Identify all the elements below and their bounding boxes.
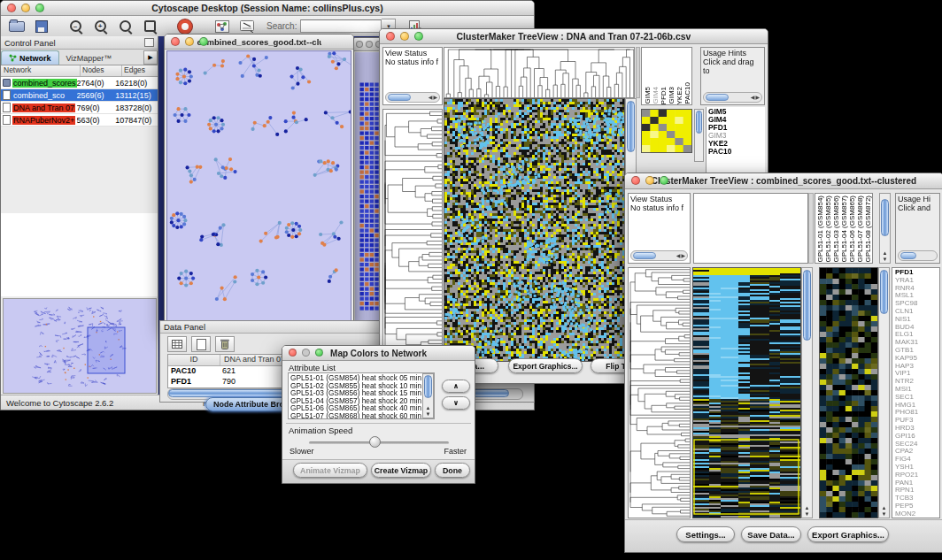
scroll-thumb[interactable] — [706, 94, 729, 101]
minimize-button[interactable] — [21, 4, 30, 12]
zoom-window-button[interactable] — [414, 32, 423, 41]
array-dendrogram-tree[interactable] — [444, 48, 635, 97]
gene-label[interactable]: MON2 — [895, 510, 939, 518]
attribute-list-box[interactable]: GPL51-01 (GSM854) heat shock 05 minGPL51… — [288, 372, 435, 419]
scroll-down-icon[interactable]: ▼ — [882, 511, 887, 517]
column-label[interactable]: GPL51-03 (GSM856) — [832, 196, 840, 263]
network-graph[interactable] — [167, 51, 351, 325]
scroll-thumb[interactable] — [900, 252, 916, 259]
move-attribute-up-button[interactable]: ∧ — [442, 380, 470, 393]
column-label[interactable]: GIM5 — [644, 87, 652, 104]
dialog-titlebar[interactable]: Map Colors to Network — [282, 346, 475, 361]
treeview1-column-labels-panel[interactable]: GIM5GIM4PFD1GIM3YKE2PAC10 — [641, 47, 692, 105]
treeview1-titlebar[interactable]: ClusterMaker TreeView : DNA and Tran 07-… — [380, 29, 768, 44]
zoom-window-button[interactable] — [660, 176, 668, 185]
col-network[interactable]: Network — [1, 65, 81, 76]
column-label[interactable]: GPL51-01 (GSM854) — [816, 196, 824, 263]
gene-label[interactable]: PAC10 — [708, 148, 763, 156]
minimize-button[interactable] — [645, 176, 654, 185]
treeview2-column-labels-panel[interactable]: GPL51-01 (GSM854)GPL51-02 (GSM855)GPL51-… — [815, 193, 873, 264]
column-label[interactable]: GPL51-08 (GSM872) — [864, 196, 872, 263]
float-panel-icon[interactable] — [144, 38, 154, 47]
vscroll-thumb[interactable] — [424, 375, 432, 398]
network-overview-thumbnail[interactable] — [4, 299, 156, 393]
treeview2-zoom-vscrollbar[interactable]: ▲▼ — [878, 267, 890, 518]
treeview2-heatmap-vscrollbar[interactable]: ▲▼ — [801, 267, 813, 518]
view-status-scrollbar[interactable]: ◀▶ — [630, 250, 688, 261]
network-canvas[interactable] — [166, 50, 351, 326]
scroll-up-icon[interactable]: ▲ — [883, 250, 888, 256]
tab-overflow-button[interactable]: ▶ — [143, 50, 158, 65]
zoom-window-button[interactable] — [315, 349, 323, 357]
data-cell[interactable]: 790 — [222, 377, 236, 387]
usage-hints-scrollbar[interactable] — [898, 250, 938, 261]
column-label[interactable]: PAC10 — [683, 82, 691, 104]
animation-speed-slider-thumb[interactable] — [369, 436, 381, 448]
scroll-right-icon[interactable]: ▶ — [681, 252, 687, 259]
scroll-thumb[interactable] — [388, 94, 411, 101]
data-cell[interactable]: PAC10 — [168, 366, 222, 377]
vscroll-thumb[interactable] — [881, 199, 889, 236]
save-session-button[interactable] — [31, 18, 52, 35]
search-input[interactable] — [300, 19, 382, 33]
close-button[interactable] — [631, 176, 640, 185]
usage-hints-scrollbar[interactable]: ◀▶ — [703, 92, 762, 103]
scroll-down-icon[interactable]: ▼ — [426, 411, 431, 417]
zoom-out-button[interactable]: – — [65, 18, 86, 35]
data-cell[interactable]: 621 — [222, 366, 236, 377]
column-label[interactable]: GPL51-07 (GSM868) — [856, 196, 864, 263]
network-list-row[interactable]: RNAPuberNov2+563(0)107847(0) — [1, 114, 158, 127]
tab-network[interactable]: Network — [1, 50, 59, 65]
zoom-window-button[interactable] — [199, 37, 208, 46]
scroll-up-icon[interactable]: ▲ — [882, 505, 887, 510]
treeview1-gene-list[interactable]: GIM5GIM4PFD1GIM3YKE2PAC10 — [706, 107, 765, 180]
help-button[interactable] — [174, 18, 196, 35]
treeview2-zoom-heatmap[interactable] — [819, 267, 878, 518]
treeview1-global-heatmap[interactable] — [444, 98, 625, 362]
data-cell[interactable]: PFD1 — [168, 377, 222, 387]
close-button[interactable] — [7, 4, 16, 12]
zoom-heatmap-canvas[interactable] — [820, 268, 877, 518]
delete-attribute-button[interactable] — [215, 336, 235, 352]
col-nodes[interactable]: Nodes — [81, 65, 122, 76]
treeview2-labels-vscrollbar[interactable]: ▲▼ — [879, 193, 891, 264]
treeview1-gene-dendrogram[interactable] — [382, 109, 443, 362]
network-list-row[interactable]: DNA and Tran 07769(0)183728(0) — [1, 102, 158, 114]
zoom-window-button[interactable] — [35, 4, 44, 12]
network-view-titlebar[interactable]: combined_scores_good.txt--cluste... — [165, 35, 353, 50]
done-button[interactable]: Done — [435, 463, 470, 478]
open-session-button[interactable] — [6, 18, 27, 35]
dendrogram-scroll-strip[interactable] — [808, 193, 814, 264]
network-list-row[interactable]: combined_scores2764(0)16218(0) — [1, 77, 158, 89]
scroll-down-icon[interactable]: ▼ — [883, 257, 888, 262]
global-heatmap-canvas[interactable] — [693, 268, 800, 518]
create-vizmap-button[interactable]: Create Vizmap — [371, 463, 431, 478]
column-label[interactable]: YKE2 — [676, 87, 683, 104]
treeview2-settings-button[interactable]: Settings... — [676, 526, 735, 542]
treeview2-save-data-button[interactable]: Save Data... — [741, 526, 801, 542]
scroll-up-icon[interactable]: ▲ — [426, 405, 431, 410]
zoom-in-button[interactable]: + — [89, 18, 111, 35]
network-overview-panel[interactable] — [3, 298, 157, 394]
attribute-list-vscrollbar[interactable]: ▲▼ — [422, 373, 434, 418]
column-label[interactable]: GPL51-02 (GSM855) — [824, 196, 832, 263]
zoom-fit-button[interactable] — [114, 18, 135, 35]
tab-vizmapper[interactable]: VizMapper™ — [59, 51, 120, 65]
close-button[interactable] — [356, 41, 363, 48]
minimize-button[interactable] — [366, 41, 373, 48]
animate-vizmap-button[interactable]: Animate Vizmap — [293, 463, 367, 478]
minimize-button[interactable] — [302, 349, 310, 357]
column-label[interactable]: GIM3 — [668, 87, 676, 104]
col-edges[interactable]: Edges — [122, 65, 145, 76]
network-list-row[interactable]: combined_sco2569(6)13112(15) — [1, 89, 158, 102]
treeview2-global-heatmap[interactable] — [692, 267, 801, 518]
move-attribute-down-button[interactable]: ∨ — [442, 396, 470, 410]
vscroll-thumb[interactable] — [803, 270, 811, 341]
vscroll-thumb[interactable] — [880, 270, 888, 314]
scroll-thumb[interactable] — [633, 252, 656, 259]
treeview2-array-dendrogram[interactable] — [693, 193, 808, 264]
treeview2-gene-dendrogram[interactable] — [628, 267, 691, 518]
annotation-button[interactable] — [236, 18, 258, 35]
scroll-right-icon[interactable]: ▶ — [433, 94, 439, 101]
dendrogram-scroll-strip[interactable] — [636, 47, 640, 98]
